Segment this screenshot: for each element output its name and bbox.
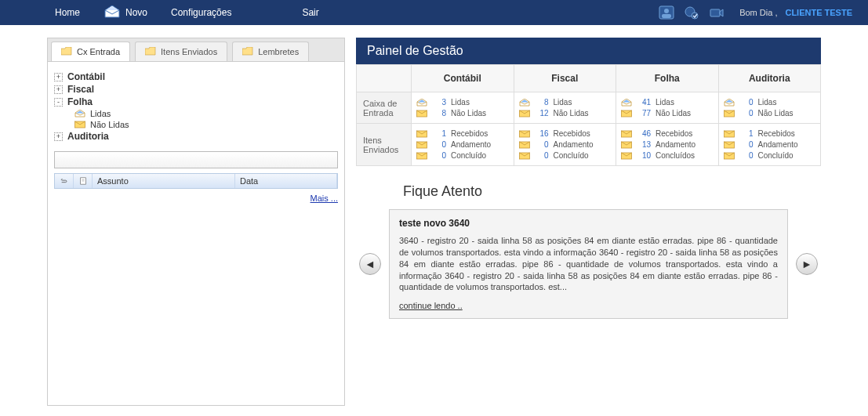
tree-fiscal-label: Fiscal bbox=[67, 84, 94, 95]
cell-fiscal-naolidas[interactable]: 12Não Lidas bbox=[519, 109, 612, 118]
greeting-text: Bom Dia , bbox=[739, 8, 777, 17]
profile-icon[interactable] bbox=[658, 5, 675, 20]
panel-title: Painel de Gestão bbox=[356, 38, 821, 64]
tree-panel: +Contábil +Fiscal -Folha Lidas Não Lidas… bbox=[47, 61, 345, 406]
folder-icon bbox=[145, 47, 156, 56]
tree-folha[interactable]: -Folha bbox=[54, 96, 338, 107]
matrix-col-folha: Folha bbox=[616, 65, 719, 92]
cell-folha-naolidas[interactable]: 77Não Lidas bbox=[621, 109, 714, 118]
cell-auditoria-andamento[interactable]: 0Andamento bbox=[724, 140, 816, 149]
nav-home[interactable]: Home bbox=[55, 7, 80, 18]
notice-title: teste novo 3640 bbox=[399, 218, 778, 229]
svg-rect-9 bbox=[710, 9, 720, 16]
col-doc[interactable] bbox=[74, 174, 93, 188]
document-icon bbox=[79, 177, 87, 185]
cell-fiscal-concluido[interactable]: 0Concluído bbox=[519, 151, 612, 160]
cell-contabil-recebidos[interactable]: 1Recebidos bbox=[416, 129, 509, 138]
cell-contabil-concluido[interactable]: 0Concluído bbox=[416, 151, 509, 160]
expand-icon[interactable]: + bbox=[54, 73, 63, 81]
attention-heading: Fique Atento bbox=[403, 183, 821, 200]
matrix-col-fiscal: Fiscal bbox=[514, 65, 616, 92]
topbar: Home Novo Configurações Sair Bom Dia , C… bbox=[0, 0, 868, 25]
cell-folha-lidas[interactable]: 41Lidas bbox=[621, 98, 714, 107]
folder-icon bbox=[242, 47, 253, 56]
tree-contabil-label: Contábil bbox=[67, 71, 105, 82]
tab-reminders[interactable]: Lembretes bbox=[232, 42, 309, 61]
cell-contabil-andamento[interactable]: 0Andamento bbox=[416, 140, 509, 149]
folder-icon bbox=[61, 47, 72, 56]
tree-fiscal[interactable]: +Fiscal bbox=[54, 84, 338, 95]
matrix-corner bbox=[357, 65, 412, 92]
refresh-check-icon[interactable] bbox=[683, 5, 700, 20]
attention-carousel: ◄ teste novo 3640 3640 - registro 20 - s… bbox=[356, 209, 821, 319]
camera-icon[interactable] bbox=[708, 5, 725, 20]
matrix-col-contabil: Contábil bbox=[412, 65, 514, 92]
carousel-prev-button[interactable]: ◄ bbox=[359, 253, 381, 275]
cell-contabil-naolidas[interactable]: 8Não Lidas bbox=[416, 109, 509, 118]
nav-new-label: Novo bbox=[125, 7, 147, 18]
cell-folha-andamento[interactable]: 13Andamento bbox=[621, 140, 714, 149]
expand-icon[interactable]: + bbox=[54, 85, 63, 94]
tree-auditoria-label: Auditoria bbox=[67, 131, 109, 142]
tree-folha-lidas[interactable]: Lidas bbox=[74, 109, 338, 118]
svg-point-5 bbox=[664, 9, 669, 13]
tab-inbox-label: Cx Entrada bbox=[77, 47, 120, 56]
tab-reminders-label: Lembretes bbox=[258, 47, 299, 56]
tree-auditoria[interactable]: +Auditoria bbox=[54, 131, 338, 142]
cell-fiscal-lidas[interactable]: 8Lidas bbox=[519, 98, 612, 107]
tree-folha-lidas-label: Lidas bbox=[90, 109, 111, 118]
search-input[interactable] bbox=[54, 151, 338, 168]
col-attachment[interactable] bbox=[55, 174, 74, 188]
paperclip-icon bbox=[60, 178, 68, 184]
cell-auditoria-recebidos[interactable]: 1Recebidos bbox=[724, 129, 816, 138]
user-name[interactable]: CLIENTE TESTE bbox=[785, 8, 852, 17]
tree-contabil[interactable]: +Contábil bbox=[54, 71, 338, 82]
col-date[interactable]: Data bbox=[235, 174, 337, 188]
tree-folha-naolidas-label: Não Lidas bbox=[90, 120, 129, 129]
left-tabs: Cx Entrada Itens Enviados Lembretes bbox=[47, 38, 345, 61]
cell-fiscal-andamento[interactable]: 0Andamento bbox=[519, 140, 612, 149]
cell-folha-recebidos[interactable]: 46Recebidos bbox=[621, 129, 714, 138]
mail-closed-icon bbox=[74, 121, 85, 128]
matrix-row-sent: Itens Enviados bbox=[357, 124, 412, 166]
tab-inbox[interactable]: Cx Entrada bbox=[51, 42, 130, 61]
svg-rect-6 bbox=[662, 14, 671, 18]
nav-new[interactable]: Novo bbox=[104, 5, 147, 20]
nav-logout[interactable]: Sair bbox=[302, 7, 318, 18]
cell-auditoria-naolidas[interactable]: 0Não Lidas bbox=[724, 109, 816, 118]
mail-open-icon bbox=[74, 110, 85, 118]
cell-fiscal-recebidos[interactable]: 16Recebidos bbox=[519, 129, 612, 138]
more-link[interactable]: Mais ... bbox=[311, 194, 338, 203]
carousel-next-button[interactable]: ► bbox=[796, 253, 818, 275]
cell-auditoria-concluido[interactable]: 0Concluído bbox=[724, 151, 816, 160]
col-subject[interactable]: Assunto bbox=[93, 174, 235, 188]
expand-icon[interactable]: + bbox=[54, 132, 63, 141]
matrix-table: Contábil Fiscal Folha Auditoria Caixa de… bbox=[356, 64, 821, 166]
grid-header: Assunto Data bbox=[54, 173, 338, 189]
notice-body: 3640 - registro 20 - saida linha 58 as p… bbox=[399, 235, 778, 293]
matrix-row-inbox: Caixa de Entrada bbox=[357, 92, 412, 124]
tab-sent-label: Itens Enviados bbox=[161, 47, 217, 56]
cell-contabil-lidas[interactable]: 3Lidas bbox=[416, 98, 509, 107]
cell-auditoria-lidas[interactable]: 0Lidas bbox=[724, 98, 816, 107]
notice-read-more[interactable]: continue lendo .. bbox=[399, 301, 463, 310]
tree-folha-label: Folha bbox=[67, 96, 93, 107]
collapse-icon[interactable]: - bbox=[54, 98, 63, 107]
notice-card: teste novo 3640 3640 - registro 20 - sai… bbox=[389, 209, 788, 319]
tree-folha-naolidas[interactable]: Não Lidas bbox=[74, 120, 338, 129]
tab-sent[interactable]: Itens Enviados bbox=[135, 42, 227, 61]
nav-config[interactable]: Configurações bbox=[171, 7, 231, 18]
cell-folha-concluido[interactable]: 10Concluídos bbox=[621, 151, 714, 160]
matrix-col-auditoria: Auditoria bbox=[718, 65, 821, 92]
mail-icon bbox=[104, 5, 121, 20]
